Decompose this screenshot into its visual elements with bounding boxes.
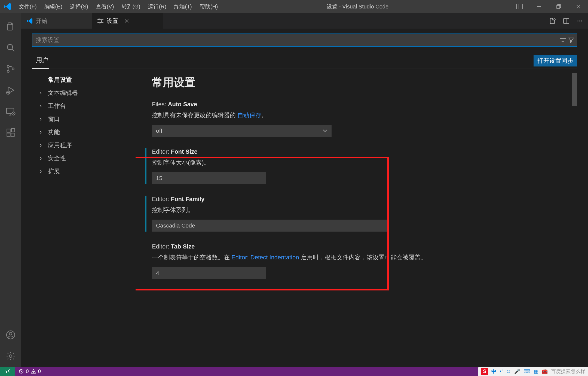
- settings-editor: 用户 打开设置同步 常用设置 ›文本编辑器 ›工作台 ›窗口 ›功能 ›应用程序…: [21, 29, 588, 367]
- autosave-select[interactable]: off: [152, 125, 332, 137]
- svg-rect-23: [11, 129, 15, 132]
- menu-selection[interactable]: 选择(S): [66, 3, 92, 10]
- chevron-right-icon: ›: [40, 89, 45, 96]
- setting-description: 控制具有未保存更改的编辑器的 自动保存。: [152, 111, 566, 120]
- setting-editor-fontfamily: Editor: Font Family 控制字体系列。 Cascadia Cod…: [152, 196, 566, 232]
- fontfamily-input[interactable]: Cascadia Code: [152, 220, 389, 232]
- toc-text-editor[interactable]: ›文本编辑器: [37, 86, 135, 99]
- ime-toolbar[interactable]: S 中 •ꞌ ☺ 🎤 ⌨ ▦ 🧰 百度搜索怎么样: [478, 367, 588, 376]
- activity-bar: [0, 13, 21, 367]
- svg-point-32: [99, 22, 100, 23]
- filter-icon[interactable]: [565, 37, 574, 43]
- menu-run[interactable]: 运行(R): [144, 3, 170, 10]
- chevron-down-icon: [323, 129, 327, 132]
- ime-voice-icon[interactable]: 🎤: [514, 368, 520, 374]
- layout-toggle-icon[interactable]: [510, 0, 529, 13]
- remote-explorer-icon[interactable]: [0, 101, 21, 122]
- ime-language[interactable]: 中: [491, 368, 496, 375]
- chevron-right-icon: ›: [40, 155, 45, 162]
- toc-window[interactable]: ›窗口: [37, 113, 135, 126]
- toc-commonly-used[interactable]: 常用设置: [37, 73, 135, 86]
- search-input[interactable]: [36, 37, 557, 44]
- more-actions-icon[interactable]: [577, 18, 583, 24]
- toc-extensions[interactable]: ›扩展: [37, 165, 135, 178]
- toc-features[interactable]: ›功能: [37, 126, 135, 139]
- problems-status[interactable]: 0 0: [15, 368, 45, 374]
- ime-toolbox-icon[interactable]: 🧰: [542, 368, 548, 374]
- modified-indicator: [145, 148, 146, 184]
- settings-list[interactable]: 常用设置 Files: Auto Save 控制具有未保存更改的编辑器的 自动保…: [136, 73, 577, 367]
- explorer-icon[interactable]: [0, 16, 21, 37]
- chevron-right-icon: ›: [40, 142, 45, 149]
- source-control-icon[interactable]: [0, 58, 21, 80]
- menu-terminal[interactable]: 终端(T): [170, 3, 196, 10]
- maximize-button[interactable]: [549, 0, 568, 13]
- toc-security[interactable]: ›安全性: [37, 152, 135, 165]
- setting-description: 控制字体系列。: [152, 205, 566, 215]
- close-icon[interactable]: [121, 19, 129, 23]
- toc-workbench[interactable]: ›工作台: [37, 99, 135, 113]
- svg-point-7: [7, 44, 13, 50]
- split-editor-icon[interactable]: [563, 18, 569, 24]
- chevron-right-icon: ›: [40, 102, 45, 110]
- chevron-right-icon: ›: [40, 168, 45, 175]
- scrollbar[interactable]: [572, 73, 577, 367]
- close-button[interactable]: [568, 0, 588, 13]
- minimize-button[interactable]: [529, 0, 549, 13]
- svg-point-11: [12, 68, 14, 70]
- title-bar: 文件(F) 编辑(E) 选择(S) 查看(V) 转到(G) 运行(R) 终端(T…: [0, 0, 588, 13]
- open-settings-json-icon[interactable]: [549, 17, 556, 25]
- ime-emoji-icon[interactable]: ☺: [506, 369, 511, 374]
- svg-rect-21: [7, 133, 10, 137]
- svg-point-30: [99, 19, 100, 20]
- scope-user-tab[interactable]: 用户: [32, 53, 49, 69]
- menu-file[interactable]: 文件(F): [15, 3, 41, 10]
- settings-gear-icon[interactable]: [0, 345, 21, 367]
- svg-rect-6: [7, 25, 12, 30]
- fontsize-input[interactable]: 15: [152, 172, 266, 184]
- menu-help[interactable]: 帮助(H): [196, 3, 222, 10]
- svg-point-31: [101, 20, 102, 21]
- tabsize-input[interactable]: 4: [152, 267, 266, 279]
- window-controls: [510, 0, 588, 13]
- setting-files-autosave: Files: Auto Save 控制具有未保存更改的编辑器的 自动保存。 of…: [152, 101, 566, 137]
- settings-toc: 常用设置 ›文本编辑器 ›工作台 ›窗口 ›功能 ›应用程序 ›安全性 ›扩展: [32, 73, 136, 367]
- chevron-right-icon: ›: [40, 129, 45, 136]
- menu-edit[interactable]: 编辑(E): [41, 3, 66, 10]
- menu-go[interactable]: 转到(G): [118, 3, 144, 10]
- tab-settings[interactable]: 设置: [92, 13, 163, 29]
- extensions-icon[interactable]: [0, 122, 21, 143]
- ime-skin-icon[interactable]: ▦: [534, 368, 538, 374]
- remote-indicator[interactable]: [0, 367, 15, 376]
- doc-link[interactable]: Editor: Detect Indentation: [231, 254, 299, 261]
- vscode-logo-icon: [0, 3, 15, 10]
- search-nav-icon[interactable]: [0, 37, 21, 58]
- setting-title: Editor: Tab Size: [152, 243, 566, 250]
- svg-rect-1: [520, 4, 522, 9]
- setting-description: 控制字体大小(像素)。: [152, 158, 566, 167]
- error-count: 0: [26, 368, 29, 374]
- svg-point-10: [7, 70, 9, 72]
- tab-welcome[interactable]: 开始: [21, 13, 92, 29]
- toc-application[interactable]: ›应用程序: [37, 139, 135, 152]
- svg-point-9: [7, 65, 9, 68]
- warning-count: 0: [38, 368, 41, 374]
- settings-search[interactable]: [32, 34, 577, 47]
- svg-line-8: [12, 49, 14, 51]
- settings-tab-icon: [97, 18, 103, 24]
- run-debug-icon[interactable]: [0, 80, 21, 101]
- svg-point-26: [9, 355, 12, 357]
- settings-sync-button[interactable]: 打开设置同步: [534, 55, 577, 66]
- ime-keyboard-icon[interactable]: ⌨: [523, 368, 531, 374]
- accounts-icon[interactable]: [0, 324, 21, 345]
- svg-rect-22: [11, 133, 14, 137]
- ime-hint: 百度搜索怎么样: [551, 368, 585, 375]
- svg-point-47: [33, 372, 34, 373]
- menu-view[interactable]: 查看(V): [92, 3, 118, 10]
- svg-rect-20: [7, 129, 10, 132]
- svg-rect-0: [516, 4, 519, 9]
- ime-punct-icon[interactable]: •ꞌ: [500, 368, 503, 374]
- doc-link[interactable]: 自动保存: [237, 112, 261, 119]
- setting-description: 一个制表符等于的空格数。在 Editor: Detect Indentation…: [152, 253, 566, 262]
- clear-search-icon[interactable]: [557, 38, 565, 42]
